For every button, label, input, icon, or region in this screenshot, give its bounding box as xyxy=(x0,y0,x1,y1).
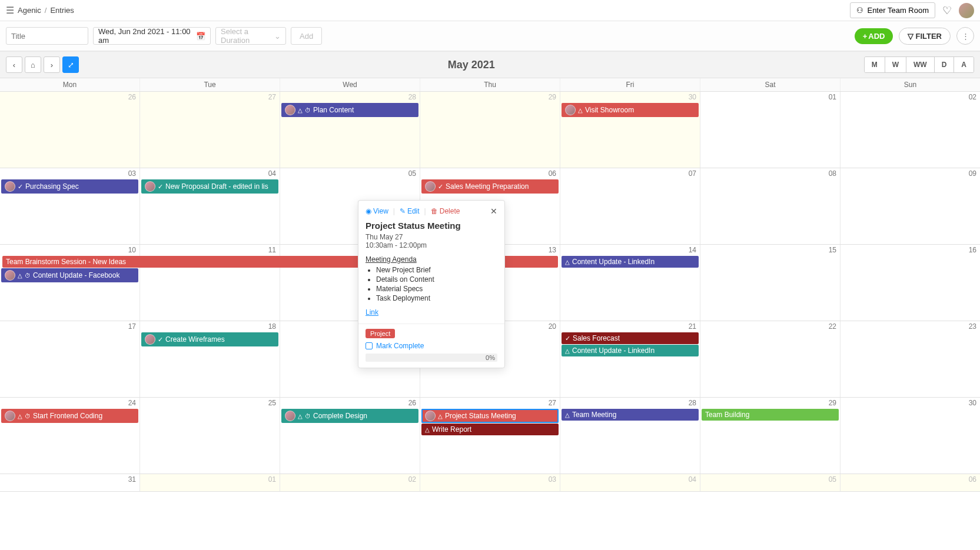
next-button[interactable]: › xyxy=(44,56,60,73)
popup-edit-button[interactable]: ✎Edit xyxy=(400,207,420,215)
calendar-event[interactable]: Plan Content xyxy=(281,103,418,117)
nav-group: ‹ ⌂ › ⤢ xyxy=(6,56,79,73)
day-cell[interactable]: 07 xyxy=(560,168,700,244)
day-cell[interactable]: 24Start Frontend Coding xyxy=(0,398,140,474)
title-input[interactable] xyxy=(6,27,88,45)
day-header: Tue xyxy=(140,78,280,91)
day-cell[interactable]: 01 xyxy=(140,474,280,491)
day-cell[interactable]: 28Team Meeting xyxy=(560,398,700,474)
day-number: 30 xyxy=(689,93,696,101)
day-number: 13 xyxy=(549,246,556,254)
popup-tag[interactable]: Project xyxy=(366,329,395,338)
view-btn-a[interactable]: A xyxy=(954,57,974,72)
day-cell[interactable]: 09 xyxy=(841,168,980,244)
filter-button[interactable]: ▽ FILTER xyxy=(899,28,951,45)
day-cell[interactable]: 04 xyxy=(560,474,700,491)
add-small-button[interactable]: Add xyxy=(291,27,322,45)
day-number: 25 xyxy=(268,399,276,407)
day-number: 15 xyxy=(829,246,836,254)
day-cell[interactable]: 05 xyxy=(700,474,841,491)
day-cell[interactable]: 08 xyxy=(700,168,841,244)
day-cell[interactable]: 14Content Update - LinkedIn xyxy=(560,245,700,321)
day-cell[interactable]: 29 xyxy=(420,92,560,168)
expand-button[interactable]: ⤢ xyxy=(62,56,79,73)
day-cell[interactable]: 01 xyxy=(700,92,841,168)
day-cell[interactable]: 29Team Building xyxy=(700,398,841,474)
enter-team-room-button[interactable]: ⚇ Enter Team Room xyxy=(850,2,935,18)
view-btn-ww[interactable]: WW xyxy=(906,57,935,72)
day-cell[interactable]: 23 xyxy=(841,321,980,397)
calendar-event[interactable]: Purchasing Spec xyxy=(1,179,138,194)
day-cell[interactable]: 30 xyxy=(841,398,980,474)
day-cell[interactable]: 18Create Wireframes xyxy=(140,321,280,397)
day-cell[interactable]: 15 xyxy=(700,245,841,321)
day-cell[interactable]: 22 xyxy=(700,321,841,397)
popup-title: Project Status Meeting xyxy=(366,221,497,231)
calendar-event[interactable]: Write Report xyxy=(421,424,559,435)
view-btn-m[interactable]: M xyxy=(865,57,885,72)
day-number: 27 xyxy=(549,399,556,407)
popup-delete-button[interactable]: 🗑Delete xyxy=(431,207,460,215)
bell-icon[interactable]: ♡ xyxy=(942,4,952,17)
day-cell[interactable]: 28Plan Content xyxy=(280,92,420,168)
prev-button[interactable]: ‹ xyxy=(6,56,22,73)
day-cell[interactable]: 17 xyxy=(0,321,140,397)
breadcrumb-app[interactable]: Agenic xyxy=(18,6,41,15)
checkbox-icon xyxy=(366,342,373,349)
day-cell[interactable]: 16 xyxy=(841,245,980,321)
day-cell[interactable]: 06 xyxy=(841,474,980,491)
calendar-event[interactable]: Content Update - Facebook xyxy=(1,268,138,282)
calendar-event[interactable]: Start Frontend Coding xyxy=(1,409,138,423)
calendar-event[interactable]: New Proposal Draft - edited in lis xyxy=(141,179,278,194)
date-input[interactable]: Wed, Jun 2nd 2021 - 11:00 am 📅 xyxy=(93,27,211,45)
calendar-event[interactable]: Project Status Meeting xyxy=(421,409,559,423)
day-number: 18 xyxy=(268,322,276,331)
calendar-event[interactable]: Team Building xyxy=(702,409,839,421)
calendar-event[interactable]: Sales Meeting Preparation xyxy=(421,179,559,194)
day-cell[interactable]: 21Sales ForecastContent Update - LinkedI… xyxy=(560,321,700,397)
breadcrumb-page[interactable]: Entries xyxy=(50,6,74,15)
calendar-event[interactable]: Create Wireframes xyxy=(141,332,278,346)
calendar-event[interactable]: Content Update - LinkedIn xyxy=(562,256,699,268)
day-cell[interactable]: 26 xyxy=(0,92,140,168)
view-btn-w[interactable]: W xyxy=(885,57,906,72)
day-cell[interactable]: 27Project Status MeetingWrite Report xyxy=(420,398,560,474)
day-cell[interactable]: 10Team Brainstorm Session - New IdeasCon… xyxy=(0,245,140,321)
mark-complete-button[interactable]: Mark Complete xyxy=(366,342,497,350)
home-button[interactable]: ⌂ xyxy=(25,56,41,73)
day-cell[interactable]: 30Visit Showroom xyxy=(560,92,700,168)
calendar-event[interactable]: Complete Design xyxy=(281,409,418,423)
user-avatar[interactable] xyxy=(959,3,974,18)
menu-icon[interactable]: ☰ xyxy=(6,5,14,16)
calendar-event[interactable]: Sales Forecast xyxy=(562,332,699,344)
calendar-event[interactable]: Content Update - LinkedIn xyxy=(562,345,699,356)
day-cell[interactable]: 03Purchasing Spec xyxy=(0,168,140,244)
agenda-heading: Meeting Agenda xyxy=(366,255,497,264)
stop-icon xyxy=(25,412,31,419)
popup-view-button[interactable]: ◉View xyxy=(366,207,388,215)
day-cell[interactable]: 02 xyxy=(280,474,420,491)
day-number: 01 xyxy=(829,93,836,101)
day-cell[interactable]: 31 xyxy=(0,474,140,491)
day-number: 23 xyxy=(969,322,976,331)
calendar-event[interactable]: Team Meeting xyxy=(562,409,699,421)
day-cell[interactable]: 25 xyxy=(140,398,280,474)
day-cell[interactable]: 26Complete Design xyxy=(280,398,420,474)
calendar-event[interactable]: Visit Showroom xyxy=(562,103,699,117)
event-label: Write Report xyxy=(432,425,471,434)
stop-icon xyxy=(305,412,311,419)
day-number: 03 xyxy=(128,169,136,178)
view-btn-d[interactable]: D xyxy=(935,57,955,72)
day-cell[interactable]: 02 xyxy=(841,92,980,168)
event-avatar xyxy=(145,334,155,345)
tri-icon xyxy=(565,347,570,354)
day-cell[interactable]: 03 xyxy=(420,474,560,491)
day-cell[interactable]: 04New Proposal Draft - edited in lis xyxy=(140,168,280,244)
add-button[interactable]: + ADD xyxy=(855,28,893,44)
more-button[interactable]: ⋮ xyxy=(956,27,974,45)
popup-close-button[interactable]: ✕ xyxy=(490,206,497,216)
week-row: 24Start Frontend Coding2526Complete Desi… xyxy=(0,398,980,474)
duration-select[interactable]: Select a Duration ⌄ xyxy=(215,27,286,45)
day-cell[interactable]: 27 xyxy=(140,92,280,168)
popup-link[interactable]: Link xyxy=(366,308,497,316)
